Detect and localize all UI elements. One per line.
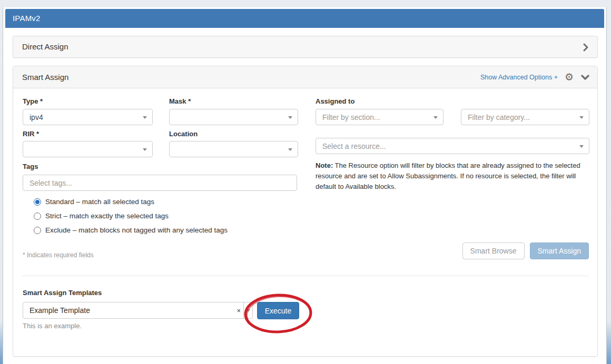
location-select[interactable] [169, 141, 298, 157]
assigned-to-label: Assigned to [316, 97, 354, 105]
resource-note-text: The Resource option will filter by block… [316, 161, 580, 190]
type-select-value: ipv4 [29, 113, 43, 122]
resource-note-prefix: Note: [316, 161, 333, 169]
resource-select-placeholder: Select a resource... [322, 142, 386, 150]
resource-select[interactable]: Select a resource... [316, 138, 589, 154]
radio-standard[interactable]: Standard – match all selected tags [34, 198, 154, 206]
rir-label: RIR * [23, 130, 39, 138]
rir-select[interactable] [23, 141, 153, 157]
caret-down-icon [433, 116, 438, 119]
required-fields-note: * Indicates required fields [23, 251, 94, 259]
mask-label: Mask * [169, 97, 191, 105]
direct-assign-title: Direct Assign [22, 36, 68, 57]
type-label: Type * [23, 97, 43, 105]
smart-assign-button[interactable]: Smart Assign [530, 242, 589, 259]
execute-button[interactable]: Execute [257, 302, 299, 319]
filter-category-placeholder: Filter by category... [468, 113, 530, 122]
mask-select[interactable] [169, 109, 298, 125]
template-helper-text: This is an example. [23, 322, 82, 330]
show-advanced-options-link[interactable]: Show Advanced Options + [480, 74, 558, 81]
radio-standard-label: Standard – match all selected tags [45, 198, 154, 206]
caret-down-icon [246, 309, 250, 312]
header-controls: Show Advanced Options + ⚙ [480, 66, 590, 88]
radio-standard-control[interactable] [34, 198, 41, 206]
section-divider [22, 276, 589, 276]
filter-section-placeholder: Filter by section... [322, 113, 380, 122]
filter-category-select[interactable]: Filter by category... [461, 109, 589, 125]
smart-assign-title: Smart Assign [22, 66, 68, 88]
caret-down-icon [143, 116, 147, 119]
radio-strict[interactable]: Strict – match exactly the selected tags [34, 212, 169, 220]
radio-strict-control[interactable] [34, 213, 41, 220]
radio-strict-label: Strict – match exactly the selected tags [45, 212, 169, 220]
radio-exclude[interactable]: Exclude – match blocks not tagged with a… [34, 226, 228, 234]
tags-label: Tags [23, 163, 38, 170]
smart-assign-header[interactable]: Smart Assign Show Advanced Options + ⚙ [13, 66, 597, 88]
caret-down-icon [288, 116, 292, 119]
smart-assign-body: Type * Mask * ipv4 RIR * Location Tags S… [13, 88, 597, 356]
template-combobox[interactable]: Example Template × [23, 302, 253, 319]
radio-exclude-control[interactable] [34, 227, 41, 234]
caret-down-icon [288, 148, 292, 151]
chevron-right-icon[interactable] [583, 43, 589, 52]
app-title-bar: IPAMv2 [5, 9, 604, 28]
action-buttons: Smart Browse Smart Assign [462, 242, 589, 259]
caret-down-icon [579, 116, 584, 119]
smart-browse-button[interactable]: Smart Browse [462, 242, 525, 259]
caret-down-icon [143, 148, 147, 151]
smart-assign-panel: Smart Assign Show Advanced Options + ⚙ T… [13, 66, 598, 357]
template-dropdown-toggle[interactable] [243, 302, 252, 318]
caret-down-icon [579, 145, 584, 148]
clear-selection-icon[interactable]: × [234, 307, 243, 315]
tags-input[interactable] [23, 175, 297, 191]
templates-label: Smart Assign Templates [23, 289, 102, 297]
filter-section-select[interactable]: Filter by section... [316, 109, 444, 125]
location-label: Location [169, 130, 198, 138]
app-title: IPAMv2 [13, 14, 41, 23]
resource-note: Note: The Resource option will filter by… [316, 160, 590, 192]
gear-icon[interactable]: ⚙ [565, 72, 574, 82]
radio-exclude-label: Exclude – match blocks not tagged with a… [45, 226, 228, 234]
template-selected-value: Example Template [23, 306, 234, 315]
chevron-down-icon[interactable] [580, 74, 590, 80]
type-select[interactable]: ipv4 [23, 109, 153, 125]
direct-assign-panel[interactable]: Direct Assign [13, 36, 598, 58]
